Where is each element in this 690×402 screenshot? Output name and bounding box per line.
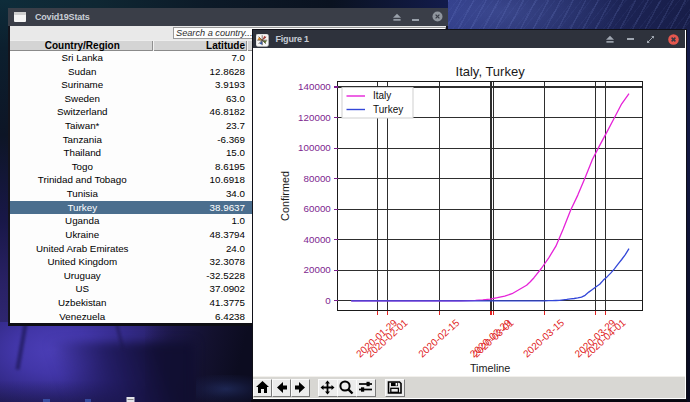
svg-text:60000: 60000 [303, 203, 331, 214]
svg-text:Timeline: Timeline [469, 361, 509, 373]
svg-text:80000: 80000 [303, 172, 331, 183]
svg-text:0: 0 [325, 295, 331, 306]
svg-text:40000: 40000 [303, 233, 331, 244]
svg-text:Italy, Turkey: Italy, Turkey [455, 63, 525, 78]
svg-text:2020-03-01: 2020-03-01 [470, 316, 516, 359]
svg-text:20000: 20000 [303, 264, 331, 275]
svg-text:140000: 140000 [298, 81, 331, 92]
svg-text:Turkey: Turkey [373, 103, 403, 114]
svg-text:120000: 120000 [298, 111, 331, 122]
svg-text:Confirmed: Confirmed [279, 171, 291, 221]
svg-text:Italy: Italy [373, 90, 391, 101]
svg-text:2020-02-15: 2020-02-15 [416, 316, 462, 359]
svg-text:100000: 100000 [298, 142, 331, 153]
svg-text:2020-03-15: 2020-03-15 [520, 316, 566, 359]
